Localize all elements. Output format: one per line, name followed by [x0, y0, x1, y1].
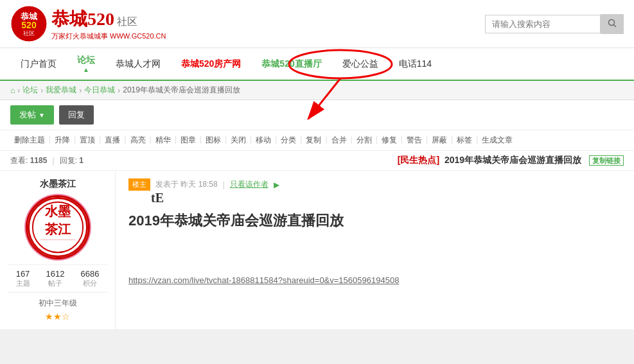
- action-close[interactable]: 关闭: [227, 134, 250, 147]
- sep1: |: [52, 156, 54, 165]
- actions-bar: 删除主题 | 升降 | 置顶 | 直播 | 高亮 | 精华 | 图章 | 图标 …: [0, 130, 634, 151]
- action-live[interactable]: 直播: [101, 134, 124, 147]
- logo-text: 恭城520 社区 万家灯火恭城城事 WWW.GC520.CN: [51, 7, 166, 41]
- action-featured[interactable]: 精华: [152, 134, 175, 147]
- post-link[interactable]: https://vzan.com/live/tvchat-1868811584?…: [128, 275, 399, 285]
- nav-item-realestate[interactable]: 恭城520房产网: [171, 52, 251, 76]
- action-generate[interactable]: 生成文章: [478, 134, 516, 147]
- action-categorize[interactable]: 分类: [277, 134, 300, 147]
- svg-text:茶江: 茶江: [45, 222, 71, 236]
- search-area: [485, 14, 624, 34]
- action-stamp[interactable]: 图章: [177, 134, 200, 147]
- action-highlight[interactable]: 高亮: [127, 134, 150, 147]
- user-stars: ★★☆: [8, 311, 107, 322]
- content-area: 水墨茶江 水墨 茶江 167 主题 1612 帖子: [0, 171, 634, 330]
- svg-text:社区: 社区: [23, 30, 35, 37]
- thread-info-bar: 查看: 1185 | 回复: 1 [民生热点] 2019年恭城关帝庙会巡游直播回…: [0, 151, 634, 171]
- nav-item-charity[interactable]: 爱心公益: [332, 52, 389, 76]
- action-move[interactable]: 移动: [252, 134, 275, 147]
- action-tag[interactable]: 标签: [453, 134, 476, 147]
- sep-meta: |: [223, 180, 225, 189]
- breadcrumb: ⌂ › 论坛 › 我爱恭城 › 今日恭城 › 2019年恭城关帝庙会巡游直播回放: [0, 81, 634, 100]
- breadcrumb-forum[interactable]: 论坛: [22, 85, 38, 96]
- action-split[interactable]: 分割: [353, 134, 376, 147]
- avatar: 水墨 茶江: [26, 195, 90, 259]
- copy-link-button[interactable]: 复制链接: [589, 155, 624, 166]
- thread-title-text: 2019年恭城关帝庙会巡游直播回放: [445, 155, 581, 165]
- arrow-right-icon: ▶: [274, 180, 279, 189]
- floor-badge: 楼主: [128, 178, 150, 191]
- views-label: 查看: 1185: [10, 155, 47, 166]
- action-pin[interactable]: 置顶: [76, 134, 99, 147]
- action-block[interactable]: 屏蔽: [428, 134, 451, 147]
- post-time: 发表于 昨天 18:58: [155, 179, 218, 190]
- logo-bottom-text: 万家灯火恭城城事 WWW.GC520.CN: [51, 31, 166, 41]
- svg-text:520: 520: [21, 20, 37, 30]
- action-copy[interactable]: 复制: [302, 134, 325, 147]
- nav-item-phone[interactable]: 电话114: [389, 52, 442, 76]
- stat-points: 6686 积分: [81, 269, 100, 288]
- post-main-title: 2019年恭城关帝庙会巡游直播回放: [128, 211, 621, 230]
- logo-subtitle: 社区: [117, 15, 137, 29]
- post-title-area: 2019年恭城关帝庙会巡游直播回放: [128, 198, 621, 250]
- nav-item-home[interactable]: 门户首页: [10, 52, 67, 76]
- action-repair[interactable]: 修复: [378, 134, 401, 147]
- breadcrumb-current: 2019年恭城关帝庙会巡游直播回放: [123, 85, 240, 96]
- avatar-image: 水墨 茶江: [28, 196, 88, 258]
- svg-line-5: [614, 24, 617, 27]
- username: 水墨茶江: [8, 178, 107, 190]
- nav-item-live[interactable]: 恭城520直播厅: [251, 52, 331, 76]
- search-input[interactable]: [485, 15, 601, 33]
- reply-button[interactable]: 回复: [59, 105, 94, 125]
- svg-point-4: [609, 19, 615, 25]
- post-button[interactable]: 发帖 ▼: [10, 105, 54, 125]
- action-icon[interactable]: 图标: [202, 134, 225, 147]
- search-icon: [608, 19, 617, 28]
- breadcrumb-today[interactable]: 今日恭城: [84, 85, 115, 96]
- action-warn[interactable]: 警告: [403, 134, 426, 147]
- hot-badge: [民生热点]: [398, 155, 439, 165]
- action-merge[interactable]: 合并: [328, 134, 351, 147]
- action-rank[interactable]: 升降: [51, 134, 74, 147]
- view-only-author[interactable]: 只看该作者: [230, 179, 269, 190]
- thread-title: [民生热点] 2019年恭城关帝庙会巡游直播回放 复制链接: [398, 155, 624, 166]
- nav-item-talent[interactable]: 恭城人才网: [105, 52, 171, 76]
- search-button[interactable]: [601, 14, 624, 34]
- user-level: 初中三年级: [8, 298, 107, 309]
- toolbar: 发帖 ▼ 回复: [0, 100, 634, 130]
- stat-topics: 167 主题: [16, 269, 30, 288]
- stat-posts: 1612 帖子: [46, 269, 65, 288]
- svg-text:水墨: 水墨: [44, 204, 71, 218]
- header: 恭城 520 社区 恭城520 社区 万家灯火恭城城事 WWW.GC520.CN: [0, 0, 634, 48]
- home-icon: ⌂: [10, 86, 15, 95]
- post-link-area: https://vzan.com/live/tvchat-1868811584?…: [128, 275, 621, 285]
- post-content: 楼主 发表于 昨天 18:58 | 只看该作者 ▶ 2019年恭城关帝庙会巡游直…: [116, 171, 634, 329]
- user-panel: 水墨茶江 水墨 茶江 167 主题 1612 帖子: [0, 171, 116, 329]
- site-logo-icon: 恭城 520 社区: [10, 5, 48, 42]
- user-stats: 167 主题 1612 帖子 6686 积分: [8, 264, 107, 293]
- breadcrumb-love-gongcheng[interactable]: 我爱恭城: [46, 85, 76, 96]
- replies-label: 回复: 1: [60, 155, 84, 166]
- nav-item-forum[interactable]: 论坛 ▲: [67, 48, 105, 81]
- action-delete[interactable]: 删除主题: [10, 134, 49, 147]
- nav-active-indicator: ▲: [77, 66, 95, 73]
- logo-area: 恭城 520 社区 恭城520 社区 万家灯火恭城城事 WWW.GC520.CN: [10, 5, 166, 42]
- post-meta: 楼主 发表于 昨天 18:58 | 只看该作者 ▶: [128, 178, 621, 191]
- logo-name: 恭城520: [51, 7, 114, 31]
- nav-bar: 门户首页 论坛 ▲ 恭城人才网 恭城520房产网 恭城520直播厅 爱心公益 电…: [0, 48, 634, 81]
